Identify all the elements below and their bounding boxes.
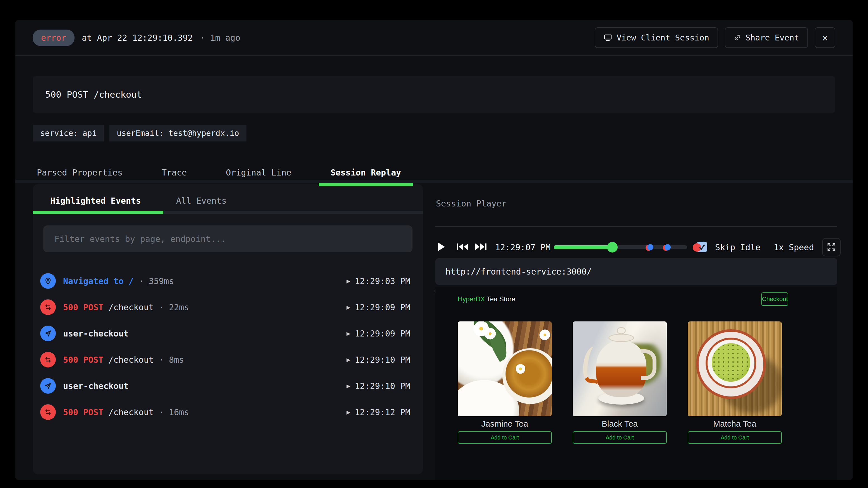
product-card-black: Black Tea Add to Cart <box>573 321 667 444</box>
event-status: 500 POST <box>63 408 103 417</box>
tag-user-email[interactable]: userEmail: test@hyperdx.io <box>110 125 246 141</box>
event-time[interactable]: ▶ 12:29:12 PM <box>346 408 410 417</box>
event-status: 500 POST <box>63 302 103 312</box>
store-brand-highlight: HyperDX <box>458 295 485 303</box>
tab-trace[interactable]: Trace <box>150 162 198 183</box>
close-button[interactable]: ✕ <box>815 27 835 48</box>
event-row-action[interactable]: user-checkout ▶ 12:29:09 PM <box>33 320 423 347</box>
player-controls: 12:29:07 PM Skip Idle 1x Speed <box>435 234 843 260</box>
events-filter <box>43 225 412 252</box>
fullscreen-icon <box>827 242 836 253</box>
session-events-panel: Highlighted Events All Events Navigated … <box>33 184 423 474</box>
event-row-error-request[interactable]: 500 POST /checkout · 22ms ▶ 12:29:09 PM <box>33 294 423 320</box>
events-filter-input[interactable] <box>43 225 412 252</box>
view-client-session-label: View Client Session <box>617 33 709 42</box>
play-from-here-icon[interactable]: ▶ <box>346 356 350 363</box>
tag-service[interactable]: service: api <box>33 125 104 141</box>
product-name: Jasmine Tea <box>458 419 552 429</box>
swap-arrows-icon <box>40 352 56 367</box>
checkmark-icon <box>696 241 707 253</box>
session-player: Session Player 12:29:07 PM <box>435 188 852 480</box>
play-button[interactable] <box>438 242 445 253</box>
event-time[interactable]: ▶ 12:29:03 PM <box>346 276 410 286</box>
event-label: user-checkout <box>63 381 129 391</box>
location-pin-icon <box>40 273 56 289</box>
event-label: Navigated to / <box>63 276 134 286</box>
swap-arrows-icon <box>40 299 56 315</box>
product-image-black-tea <box>573 321 667 416</box>
skip-idle-label[interactable]: Skip Idle <box>715 242 761 252</box>
share-event-button[interactable]: Share Event <box>725 27 808 48</box>
events-panel-tabs: Highlighted Events All Events <box>50 196 227 206</box>
event-title-box: 500 POST /checkout <box>33 76 835 113</box>
share-event-label: Share Event <box>745 33 799 42</box>
modal-header: error at Apr 22 12:29:10.392 · 1m ago Vi… <box>16 20 852 56</box>
skip-idle-checkbox[interactable] <box>695 241 707 253</box>
play-from-here-icon[interactable]: ▶ <box>346 303 350 311</box>
skip-forward-button[interactable] <box>474 243 487 252</box>
timeline-error-marker[interactable] <box>647 247 653 253</box>
session-player-title: Session Player <box>436 199 506 208</box>
event-row-navigation[interactable]: Navigated to / · 359ms ▶ 12:29:03 PM <box>33 268 423 294</box>
play-icon <box>438 242 445 253</box>
product-card-matcha: Matcha Tea Add to Cart <box>688 321 782 444</box>
view-client-session-button[interactable]: View Client Session <box>595 27 718 48</box>
tab-highlighted-events[interactable]: Highlighted Events <box>50 196 141 206</box>
product-name: Matcha Tea <box>688 419 782 429</box>
tab-original-line[interactable]: Original Line <box>214 162 303 183</box>
event-time[interactable]: ▶ 12:29:09 PM <box>346 329 410 338</box>
store-brand: HyperDX Tea Store <box>458 295 515 303</box>
event-timestamp: at Apr 22 12:29:10.392 <box>82 33 193 43</box>
skip-back-button[interactable] <box>456 243 469 252</box>
replay-url-bar: http://frontend-service:3000/ <box>435 258 837 285</box>
skip-back-icon <box>456 243 469 252</box>
timeline-progress <box>554 245 612 249</box>
playback-speed[interactable]: 1x Speed <box>774 242 814 252</box>
close-icon: ✕ <box>822 32 828 43</box>
product-image-matcha-tea <box>688 321 782 416</box>
event-time[interactable]: ▶ 12:29:10 PM <box>346 381 410 391</box>
event-detail-modal: error at Apr 22 12:29:10.392 · 1m ago Vi… <box>16 20 852 480</box>
event-row-error-request[interactable]: 500 POST /checkout · 16ms ▶ 12:29:12 PM <box>33 399 423 425</box>
add-to-cart-button: Add to Cart <box>458 431 552 444</box>
skip-forward-icon <box>474 243 487 252</box>
event-duration: · 16ms <box>159 408 189 417</box>
header-actions: View Client Session Share Event ✕ <box>595 27 835 48</box>
event-time[interactable]: ▶ 12:29:09 PM <box>346 302 410 312</box>
paper-plane-icon <box>40 378 56 394</box>
error-level-badge: error <box>33 30 74 46</box>
play-from-here-icon[interactable]: ▶ <box>346 382 350 390</box>
event-row-error-request[interactable]: 500 POST /checkout · 8ms ▶ 12:29:10 PM <box>33 347 423 373</box>
event-tags: service: api userEmail: test@hyperdx.io <box>33 125 246 141</box>
add-to-cart-button: Add to Cart <box>573 431 667 444</box>
play-from-here-icon[interactable]: ▶ <box>346 330 350 337</box>
timeline-slider[interactable] <box>554 245 687 249</box>
event-path: /checkout <box>108 355 154 365</box>
event-age: · 1m ago <box>200 33 241 43</box>
store-brand-rest: Tea Store <box>485 295 515 303</box>
events-tab-active-underline <box>33 211 163 214</box>
event-row-action[interactable]: user-checkout ▶ 12:29:10 PM <box>33 373 423 399</box>
event-duration: · 22ms <box>159 302 189 312</box>
timeline-error-marker[interactable] <box>664 247 671 253</box>
play-from-here-icon[interactable]: ▶ <box>346 409 350 416</box>
tab-all-events[interactable]: All Events <box>176 196 227 206</box>
fullscreen-button[interactable] <box>822 238 841 256</box>
tab-parsed-properties[interactable]: Parsed Properties <box>25 162 134 183</box>
paper-plane-icon <box>40 326 56 341</box>
product-name: Black Tea <box>573 419 667 429</box>
event-meta: error at Apr 22 12:29:10.392 · 1m ago <box>33 30 240 46</box>
store-checkout-button: Checkout <box>762 292 788 306</box>
timeline-thumb[interactable] <box>607 242 618 253</box>
event-path: /checkout <box>108 302 154 312</box>
event-time[interactable]: ▶ 12:29:10 PM <box>346 355 410 365</box>
event-label: user-checkout <box>63 329 129 338</box>
tab-session-replay[interactable]: Session Replay <box>319 162 413 183</box>
playback-current-time: 12:29:07 PM <box>495 242 551 252</box>
event-title: 500 POST /checkout <box>45 89 142 100</box>
replay-url: http://frontend-service:3000/ <box>445 267 592 276</box>
event-status: 500 POST <box>63 355 103 365</box>
play-from-here-icon[interactable]: ▶ <box>346 278 350 285</box>
events-list: Navigated to / · 359ms ▶ 12:29:03 PM 500… <box>33 268 423 425</box>
event-duration: · 359ms <box>139 276 174 286</box>
